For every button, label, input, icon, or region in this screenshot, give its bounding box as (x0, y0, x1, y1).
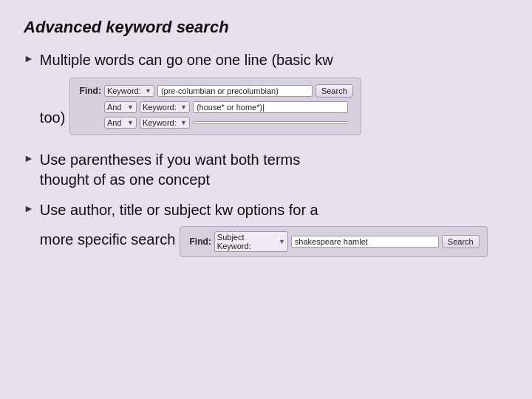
list-item: ► Use author, title or subject kw option… (24, 200, 508, 257)
search-button-bottom[interactable]: Search (442, 235, 480, 248)
find-label-bottom: Find: (188, 236, 211, 247)
field-select-1[interactable]: Keyword: ▼ (104, 85, 154, 97)
list-item: ► Multiple words can go one one line (ba… (24, 50, 508, 140)
keyword-input-1[interactable]: (pre-columbian or precolumbian) (157, 85, 313, 97)
search-row-2: And ▼ Keyword: ▼ (house* or home*)| (78, 101, 353, 113)
search-row-3: And ▼ Keyword: ▼ (78, 117, 353, 129)
field-select-2[interactable]: Keyword: ▼ (140, 101, 190, 113)
bullet-arrow-icon: ► (24, 202, 34, 214)
list-item: ► Use parentheses if you want both terms… (24, 150, 508, 190)
subject-search-row: Find: Subject Keyword: ▼ shakespeare ham… (188, 231, 480, 252)
keyword-input-3[interactable] (193, 121, 348, 124)
operator-select-3[interactable]: And ▼ (104, 117, 137, 129)
bullet-list: ► Multiple words can go one one line (ba… (24, 50, 508, 257)
search-row-1: Find: Keyword: ▼ (pre-columbian or preco… (78, 84, 353, 98)
search-form-mockup: Find: Keyword: ▼ (pre-columbian or preco… (69, 78, 361, 135)
find-label: Find: (78, 86, 101, 96)
page-title: Advanced keyword search (24, 18, 508, 37)
keyword-input-2[interactable]: (house* or home*)| (193, 101, 348, 113)
field-select-3[interactable]: Keyword: ▼ (140, 117, 190, 129)
operator-select-2[interactable]: And ▼ (104, 101, 137, 113)
search-button-1[interactable]: Search (316, 84, 353, 98)
bullet-arrow-icon: ► (24, 52, 34, 64)
bullet-arrow-icon: ► (24, 152, 34, 164)
bullet2-text: Use parentheses if you want both terms t… (40, 151, 300, 188)
subject-field-select[interactable]: Subject Keyword: ▼ (214, 231, 288, 252)
subject-keyword-input[interactable]: shakespeare hamlet (291, 236, 439, 248)
subject-search-mockup: Find: Subject Keyword: ▼ shakespeare ham… (180, 226, 488, 257)
